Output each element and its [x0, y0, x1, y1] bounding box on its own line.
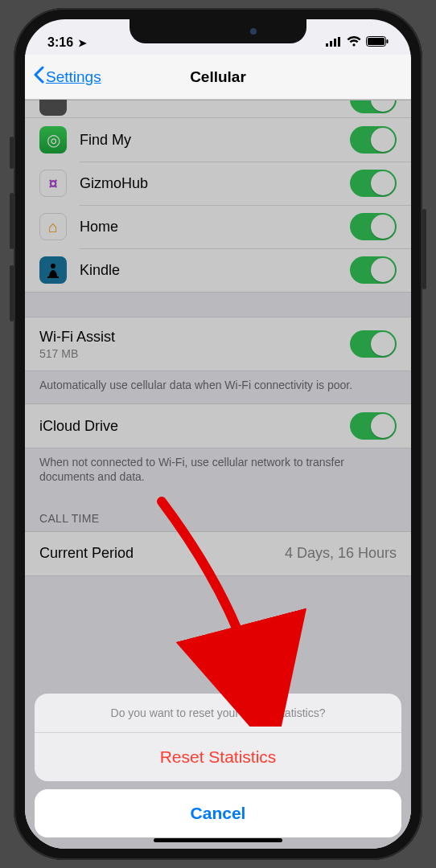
icloud-drive-row: iCloud Drive — [25, 404, 411, 448]
calltime-header: CALL TIME — [25, 496, 411, 531]
app-row-findmy: ◎ Find My — [25, 118, 411, 162]
svg-rect-0 — [326, 43, 328, 47]
wifi-assist-footer: Automatically use cellular data when Wi-… — [25, 371, 411, 403]
kindle-toggle[interactable] — [350, 256, 397, 284]
icloud-drive-toggle[interactable] — [350, 412, 397, 440]
mute-switch — [10, 137, 14, 169]
battery-icon — [366, 35, 389, 50]
kindle-icon — [39, 256, 67, 284]
app-row-kindle: Kindle — [25, 248, 411, 292]
volume-down-button — [10, 265, 14, 321]
cellular-signal-icon — [326, 35, 342, 50]
app-toggle-partial[interactable] — [350, 100, 397, 113]
app-label: Find My — [80, 132, 350, 149]
location-icon: ➤ — [78, 37, 87, 49]
home-toggle[interactable] — [350, 213, 397, 240]
volume-up-button — [10, 193, 14, 249]
wifi-assist-row: Wi-Fi Assist 517 MB — [25, 317, 411, 371]
home-icon: ⌂ — [39, 213, 67, 240]
icloud-drive-group: iCloud Drive — [25, 403, 411, 448]
current-period-value: 4 Days, 16 Hours — [285, 545, 397, 562]
app-label: GizmoHub — [80, 175, 350, 192]
app-label: Kindle — [80, 262, 350, 279]
calltime-group: Current Period 4 Days, 16 Hours — [25, 531, 411, 576]
screen: 3:16 ➤ Settings — [25, 19, 411, 849]
svg-rect-3 — [338, 37, 340, 47]
wifi-icon — [347, 35, 361, 50]
current-period-label: Current Period — [39, 545, 285, 562]
app-toggle-group: ◎ Find My ¤ GizmoHub ⌂ Home — [25, 100, 411, 293]
gizmohub-icon: ¤ — [39, 170, 67, 197]
camera-dot-icon — [250, 28, 257, 35]
status-time: 3:16 — [47, 35, 73, 50]
action-sheet-card: Do you want to reset your usage statisti… — [35, 694, 401, 781]
app-row-home: ⌂ Home — [25, 205, 411, 248]
app-row-gizmohub: ¤ GizmoHub — [25, 162, 411, 205]
app-icon-partial — [39, 100, 67, 116]
svg-rect-8 — [47, 276, 59, 278]
icloud-drive-label: iCloud Drive — [39, 418, 350, 435]
partial-row — [25, 100, 411, 118]
findmy-toggle[interactable] — [350, 126, 397, 154]
back-button[interactable]: Settings — [33, 66, 101, 88]
icloud-drive-footer: When not connected to Wi-Fi, use cellula… — [25, 448, 411, 495]
current-period-row: Current Period 4 Days, 16 Hours — [25, 532, 411, 575]
gizmohub-toggle[interactable] — [350, 170, 397, 197]
svg-point-7 — [51, 264, 56, 268]
home-indicator[interactable] — [154, 838, 282, 842]
wifi-assist-group: Wi-Fi Assist 517 MB — [25, 317, 411, 371]
findmy-icon: ◎ — [39, 126, 67, 154]
svg-rect-1 — [330, 41, 332, 47]
action-sheet: Do you want to reset your usage statisti… — [35, 694, 401, 837]
notch — [130, 19, 306, 43]
page-title: Cellular — [190, 68, 246, 86]
cancel-button[interactable]: Cancel — [35, 789, 401, 837]
nav-bar: Settings Cellular — [25, 55, 411, 100]
svg-rect-6 — [387, 39, 389, 43]
action-sheet-message: Do you want to reset your usage statisti… — [35, 694, 401, 733]
wifi-assist-label: Wi-Fi Assist — [39, 329, 350, 346]
back-label: Settings — [46, 68, 101, 86]
phone-frame: 3:16 ➤ Settings — [14, 8, 422, 860]
reset-statistics-button[interactable]: Reset Statistics — [35, 733, 401, 781]
chevron-left-icon — [33, 66, 44, 88]
svg-rect-2 — [334, 39, 336, 47]
wifi-assist-usage: 517 MB — [39, 347, 350, 360]
side-button — [422, 209, 426, 289]
app-label: Home — [80, 219, 350, 235]
svg-rect-5 — [368, 38, 385, 45]
wifi-assist-toggle[interactable] — [350, 330, 397, 358]
